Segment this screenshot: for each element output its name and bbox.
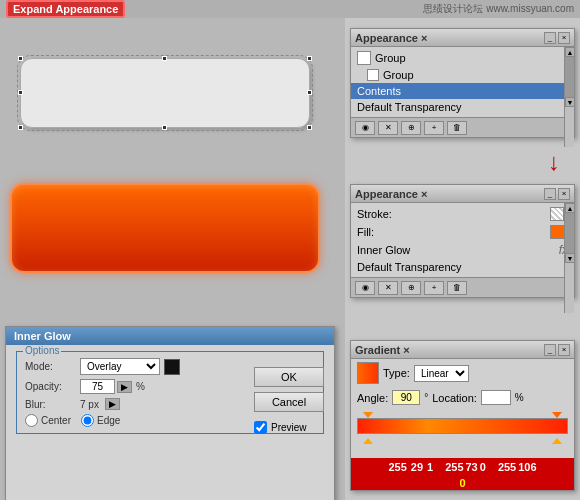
handle-tr	[307, 56, 312, 61]
link-icon-b[interactable]: ⊕	[401, 281, 421, 295]
handle-ml	[18, 90, 23, 95]
delete-icon[interactable]: ✕	[378, 121, 398, 135]
minimize-btn-gradient[interactable]: _	[544, 344, 556, 356]
stroke-swatch	[550, 207, 564, 221]
gradient-angle-row: Angle: ° Location: %	[351, 387, 574, 408]
opacity-arrow[interactable]: ▶	[117, 381, 132, 393]
circle-icon[interactable]: ◉	[355, 121, 375, 135]
panel-row-transparency-bottom[interactable]: Default Transparency	[351, 259, 574, 275]
site-info: 思绩设计论坛 www.missyuan.com	[423, 2, 574, 16]
stroke-label: Stroke:	[357, 208, 550, 220]
preview-row: Preview	[254, 421, 324, 434]
new-icon-b[interactable]: +	[424, 281, 444, 295]
group-icon	[357, 51, 371, 65]
panel-row-inner-glow[interactable]: Inner Glow fx	[351, 241, 574, 259]
appearance-panel-bottom: Appearance × _ × ▲ ▼ Stroke: Fill: Inner…	[350, 184, 575, 298]
scroll-down-top[interactable]: ▼	[565, 97, 575, 107]
gradient-title: Gradient ×	[355, 344, 410, 356]
center-label: Center	[41, 415, 71, 426]
grad-val-1: 255	[388, 461, 406, 473]
handle-bm	[162, 125, 167, 130]
link-icon[interactable]: ⊕	[401, 121, 421, 135]
grad-val-5: 73	[466, 461, 478, 473]
grad-val-8: 106	[518, 461, 536, 473]
angle-input[interactable]	[392, 390, 420, 405]
center-radio-label[interactable]: Center	[25, 414, 71, 427]
arrow-down-icon: ↓	[548, 148, 560, 176]
expand-label: Expand Appearance	[6, 0, 125, 18]
scrollbar-top[interactable]: ▲ ▼	[564, 47, 574, 147]
opacity-label: Opacity:	[25, 381, 80, 392]
scrollbar-bottom[interactable]: ▲ ▼	[564, 203, 574, 313]
minimize-btn-top[interactable]: _	[544, 32, 556, 44]
scroll-down-bottom[interactable]: ▼	[565, 253, 575, 263]
blur-arrow[interactable]: ▶	[105, 398, 120, 410]
group1-label: Group	[375, 52, 568, 64]
scroll-up-top[interactable]: ▲	[565, 47, 575, 57]
location-label: Location:	[432, 392, 477, 404]
cancel-button[interactable]: Cancel	[254, 392, 324, 412]
gradient-slider-wrapper	[357, 418, 568, 434]
blur-label: Blur:	[25, 399, 80, 410]
opacity-input[interactable]	[80, 379, 115, 394]
mode-select[interactable]: Overlay Normal Multiply	[80, 358, 160, 375]
handle-mr	[307, 90, 312, 95]
buttons-area: OK Cancel Preview	[254, 367, 324, 434]
options-label: Options	[23, 345, 61, 356]
panel-row-contents[interactable]: Contents	[351, 83, 574, 99]
delete-icon-b[interactable]: ✕	[378, 281, 398, 295]
gradient-titlebar: Gradient × _ ×	[351, 341, 574, 359]
grad-val-4: 255	[445, 461, 463, 473]
close-btn-bottom[interactable]: ×	[558, 188, 570, 200]
circle-icon-b[interactable]: ◉	[355, 281, 375, 295]
new-icon[interactable]: +	[424, 121, 444, 135]
gradient-type-row: Type: Linear Radial	[351, 359, 574, 387]
panel-title-bottom: Appearance ×	[355, 188, 427, 200]
panel-titlebar-bottom: Appearance × _ ×	[351, 185, 574, 203]
ok-button[interactable]: OK	[254, 367, 324, 387]
handle-bl	[18, 125, 23, 130]
handle-tm	[162, 56, 167, 61]
scroll-up-bottom[interactable]: ▲	[565, 203, 575, 213]
minimize-btn-bottom[interactable]: _	[544, 188, 556, 200]
shape-orange	[10, 183, 320, 273]
panel-row-stroke[interactable]: Stroke:	[351, 205, 574, 223]
zero-value: 0	[459, 477, 465, 489]
edge-radio[interactable]	[81, 414, 94, 427]
angle-label: Angle:	[357, 392, 388, 404]
top-banner: Expand Appearance 思绩设计论坛 www.missyuan.co…	[0, 0, 580, 18]
close-btn-gradient[interactable]: ×	[558, 344, 570, 356]
location-unit: %	[515, 392, 524, 403]
panel-row-group2[interactable]: Group	[351, 67, 574, 83]
panel-row-transparency-top[interactable]: Default Transparency	[351, 99, 574, 115]
glow-color-swatch[interactable]	[164, 359, 180, 375]
panel-row-group1[interactable]: Group	[351, 49, 574, 67]
gradient-zero-row: 0	[351, 476, 574, 490]
transparency-label-bottom: Default Transparency	[357, 261, 568, 273]
edge-label: Edge	[97, 415, 120, 426]
location-input[interactable]	[481, 390, 511, 405]
trash-icon-b[interactable]: 🗑	[447, 281, 467, 295]
edge-radio-label[interactable]: Edge	[81, 414, 120, 427]
inner-glow-panel: Inner Glow Options Mode: Overlay Normal …	[5, 326, 335, 500]
center-radio[interactable]	[25, 414, 38, 427]
close-btn-top[interactable]: ×	[558, 32, 570, 44]
type-select[interactable]: Linear Radial	[414, 365, 469, 382]
bottom-stop-right[interactable]	[552, 438, 562, 444]
scroll-thumb-top[interactable]	[565, 57, 574, 97]
panel-titlebar-top: Appearance × _ ×	[351, 29, 574, 47]
opacity-unit: %	[136, 381, 145, 392]
inner-glow-label: Inner Glow	[357, 244, 555, 256]
bottom-stop-left[interactable]	[363, 438, 373, 444]
preview-checkbox[interactable]	[254, 421, 267, 434]
panel-content-top: Group Group Contents Default Transparenc…	[351, 47, 574, 117]
group2-label: Group	[383, 69, 568, 81]
contents-label: Contents	[357, 85, 568, 97]
trash-icon[interactable]: 🗑	[447, 121, 467, 135]
panel-row-fill[interactable]: Fill:	[351, 223, 574, 241]
transparency-label-top: Default Transparency	[357, 101, 568, 113]
preview-label: Preview	[271, 422, 307, 433]
gradient-slider[interactable]	[357, 418, 568, 434]
scroll-thumb-bottom[interactable]	[565, 213, 574, 253]
group2-checkbox[interactable]	[367, 69, 379, 81]
